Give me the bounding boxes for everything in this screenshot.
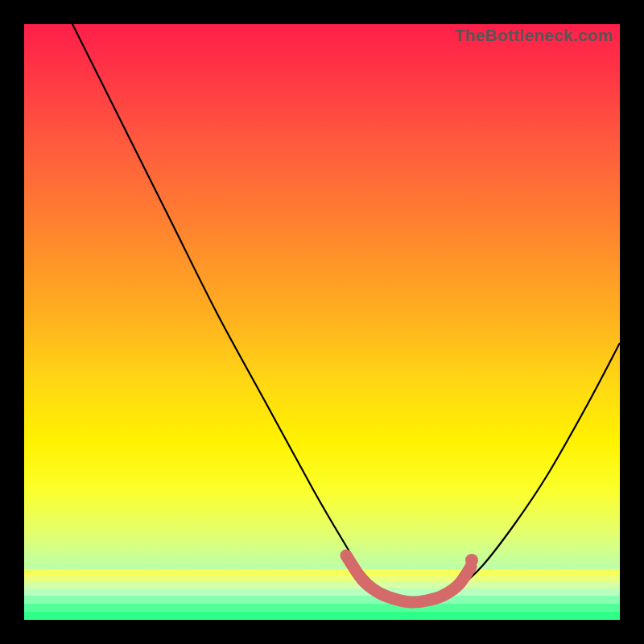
color-band xyxy=(24,604,620,612)
color-band xyxy=(24,569,620,576)
color-band xyxy=(24,612,620,620)
chart-svg xyxy=(24,24,620,620)
bottleneck-curve xyxy=(72,24,620,603)
color-band xyxy=(24,596,620,604)
chart-frame: TheBottleneck.com xyxy=(24,24,620,620)
color-band xyxy=(24,588,620,596)
color-band xyxy=(24,576,620,582)
highlight-endpoint-dot xyxy=(465,554,478,567)
color-band xyxy=(24,582,620,588)
